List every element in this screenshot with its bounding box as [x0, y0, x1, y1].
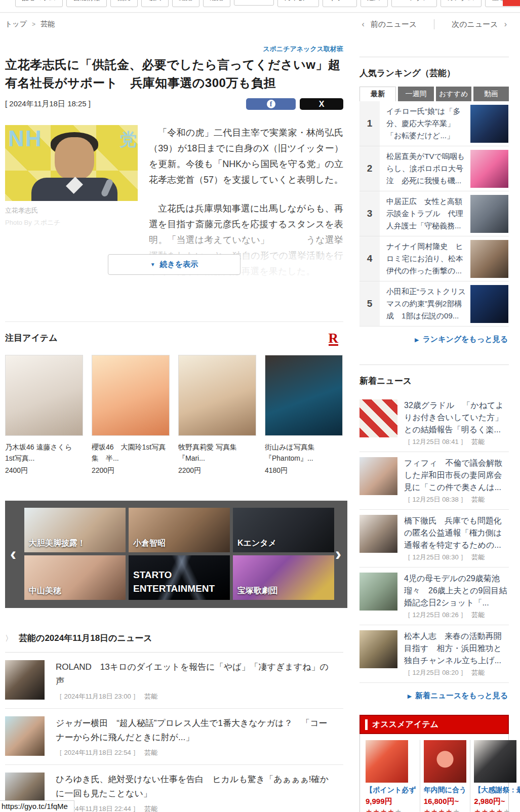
pager-divider: [434, 19, 434, 29]
carousel-prev-icon[interactable]: ‹: [10, 545, 16, 563]
carousel-tile-label: 宝塚歌劇団: [237, 586, 278, 596]
featured-product-card[interactable]: 櫻坂46 大園玲1st写真集 半... 2200円: [92, 355, 170, 475]
news-thumbnail: [359, 630, 397, 668]
breadcrumb-current-link[interactable]: 芸能: [41, 20, 55, 28]
news-list-item[interactable]: ROLAND 13キロのダイエットを報告に「やば」「凄すぎますね」の声 ［ 20…: [5, 653, 343, 709]
caret-down-icon: ▼: [150, 262, 155, 267]
product-cover-image: [265, 355, 343, 436]
news-list-item[interactable]: ジャガー横田 “超人秘話”プロレス人生で1番大きなケガは？ 「コーナーから外に飛…: [5, 709, 343, 765]
latest-more-link[interactable]: ▶新着ニュースをもっと見る: [361, 691, 508, 701]
video-carousel: ‹ 大胆美脚披露！ 小倉智昭 Kエンタメ 中山美穂 STARTO ENTERTA…: [5, 501, 347, 608]
news-thumbnail: [359, 515, 397, 553]
news-timestamp: ［ 12月25日 08:30 ］: [404, 553, 467, 561]
featured-product-card[interactable]: 街山みほ写真集 『Phantom』... 4180円: [265, 355, 343, 475]
product-title: 牧野真莉愛 写真集 『Mari...: [178, 441, 256, 464]
read-more-button[interactable]: ▼ 続きを表示: [108, 254, 241, 275]
nav-tab-divorce[interactable]: 離婚: [203, 0, 230, 7]
ranking-item[interactable]: 5 小田和正“ラストクリスマスの約束”異例2部構成 1部は伝説の09...: [359, 281, 509, 327]
ranking-item[interactable]: 1 イチロー氏“娘”は「多分、慶応大学卒業」「お転婆だけど...」ー...: [359, 101, 509, 146]
daily-news-section: 〉芸能の2024年11月18日のニュース ROLAND 13キロのダイエットを報…: [5, 632, 343, 812]
star-empty-icon: ★: [453, 807, 460, 812]
carousel-tile[interactable]: STARTO ENTERTAINMENT: [129, 555, 230, 600]
ranking-tab-recommend[interactable]: おすすめ: [436, 87, 471, 101]
nav-divider: [0, 7, 520, 13]
facebook-icon: f: [267, 100, 275, 108]
top-navigation: 記者コラム 芸能情報 熱愛 破局 結婚 離婚 STARTO 乃木坂46 ドラマ …: [0, 0, 520, 7]
nav-tab-entertainment-info[interactable]: 芸能情報: [66, 0, 107, 7]
star-empty-icon: ★: [395, 807, 402, 812]
star-filled-icon: ★★★★: [474, 807, 503, 812]
news-title: 32歳グラドル 「かねてよりお付き合いしていた方」との結婚報告「明るく楽...: [404, 399, 509, 436]
chevron-left-icon: ‹: [362, 20, 365, 29]
prev-news-link[interactable]: 前のニュース: [371, 20, 417, 29]
breadcrumb-home-link[interactable]: トップ: [5, 20, 27, 28]
news-title: 松本人志 来春の活動再開目指す 相方・浜田雅功と独自チャンネル立ち上げ...: [404, 630, 509, 667]
article-photo[interactable]: NH 党: [5, 125, 138, 201]
ranking-item[interactable]: 4 ナイナイ岡村隆史 ヒロミ宅にお泊り、松本伊代の作った衝撃の...: [359, 236, 509, 281]
nav-tab-gundam[interactable]: ガンダム: [441, 0, 482, 7]
facebook-share-button[interactable]: f: [246, 98, 296, 110]
ranking-item[interactable]: 2 松居直美がTVで嗚咽もらし、涙ポロポロ大号泣 必死に我慢も磯...: [359, 146, 509, 191]
carousel-tile[interactable]: 宝塚歌劇団: [233, 555, 334, 600]
rakuten-r-icon[interactable]: R: [329, 332, 339, 346]
nav-tab-k-entertainment[interactable]: Kエンタメ: [391, 0, 437, 7]
latest-news-item[interactable]: 橋下徹氏 兵庫でも問題化の匿名公益通報「権力側は通報者を特定するための... ［…: [359, 510, 509, 567]
chevron-right-icon: ›: [504, 20, 507, 29]
latest-news-heading: 新着ニュース: [359, 375, 509, 387]
news-category: 芸能: [471, 438, 485, 445]
carousel-tile[interactable]: 中山美穂: [24, 555, 126, 600]
carousel-tile[interactable]: Kエンタメ: [233, 508, 334, 552]
carousel-tile-label: 小倉智昭: [133, 538, 166, 549]
latest-news-item[interactable]: 4児の母モデルの29歳菊池瑠々 26歳上夫との9回目結婚記念日2ショット「...…: [359, 567, 509, 625]
nav-tab-breakup[interactable]: 破局: [141, 0, 169, 7]
latest-news-item[interactable]: フィフィ 不倫で議会解散した岸和田市長の妻同席会見に「この件で奥さんは... ［…: [359, 452, 509, 510]
ranking-tab-week[interactable]: 一週間: [398, 87, 433, 101]
product-title: 乃木坂46 遠藤さくら 1st写真...: [5, 441, 83, 464]
ranking-thumbnail: [470, 195, 508, 233]
carousel-next-icon[interactable]: ›: [335, 545, 341, 563]
news-category: 芸能: [471, 496, 485, 503]
ad-product[interactable]: 年内間に合う 16,800円~ ★★★★★: [420, 740, 470, 812]
ad-product[interactable]: 【大感謝祭：最 2,980円~ ★★★★★: [470, 740, 520, 812]
article-byline[interactable]: スポニチアネックス取材班: [5, 45, 343, 54]
news-title: ひろゆき氏、絶対受けない仕事を告白 ヒカルも驚き「あぁぁぁ!確かに一回も見たこと…: [56, 773, 333, 801]
latest-news-item[interactable]: 32歳グラドル 「かねてよりお付き合いしていた方」との結婚報告「明るく楽... …: [359, 394, 509, 452]
product-cover-image: [5, 355, 83, 436]
ranking-tab-latest[interactable]: 最新: [359, 87, 396, 101]
featured-product-card[interactable]: 乃木坂46 遠藤さくら 1st写真... 2400円: [5, 355, 83, 475]
ad-product-title: 【大感謝祭：最: [474, 786, 520, 795]
news-title: 橋下徹氏 兵庫でも問題化の匿名公益通報「権力側は通報者を特定するための...: [404, 515, 509, 551]
news-title: 4児の母モデルの29歳菊池瑠々 26歳上夫との9回目結婚記念日2ショット「...: [404, 573, 509, 609]
news-timestamp: ［ 12月25日 08:38 ］: [404, 496, 467, 503]
carousel-tile[interactable]: 大胆美脚披露！: [24, 508, 126, 552]
nav-tab-reporter-column[interactable]: 記者コラム: [15, 0, 63, 7]
article-date: [ 2024年11月18日 18:25 ]: [5, 99, 91, 109]
photo-credit: Photo By スポニチ: [5, 218, 138, 227]
news-category: 芸能: [144, 805, 157, 812]
news-category: 芸能: [471, 611, 485, 619]
nav-tab-romance[interactable]: 熱愛: [110, 0, 138, 7]
nav-tab-nogizaka46[interactable]: 乃木坂46: [277, 0, 318, 7]
news-thumbnail: [359, 573, 397, 611]
rank-number: 1: [359, 101, 380, 146]
ad-product[interactable]: 【ポイント必ず 9,999円 ★★★★★: [362, 740, 420, 812]
news-thumbnail: [5, 716, 45, 756]
recommend-banner: オススメアイテム: [359, 715, 509, 734]
ranking-tab-video[interactable]: 動画: [473, 87, 509, 101]
ranking-more-link[interactable]: ▶ランキングをもっと見る: [361, 335, 508, 344]
breadcrumb-separator: >: [32, 21, 35, 28]
x-share-button[interactable]: X: [300, 98, 343, 110]
featured-product-card[interactable]: 牧野真莉愛 写真集 『Mari... 2200円: [178, 355, 256, 475]
featured-items-section: 注目アイテム R 乃木坂46 遠藤さくら 1st写真... 2400円 櫻坂46…: [5, 321, 343, 475]
next-news-link[interactable]: 次のニュース: [452, 20, 498, 29]
latest-news-item[interactable]: 松本人志 来春の活動再開目指す 相方・浜田雅功と独自チャンネル立ち上げ... ［…: [359, 625, 509, 683]
nav-tab-starto[interactable]: STARTO: [234, 0, 274, 6]
ranking-item[interactable]: 3 中居正広 女性と高額示談金トラブル 代理人弁護士「守秘義務...: [359, 191, 509, 236]
recommend-widget: オススメアイテム 【ポイント必ず 9,999円 ★★★★★ 年内間に合う 16,…: [359, 715, 509, 812]
carousel-tile[interactable]: 小倉智昭: [129, 508, 230, 552]
photo-backdrop-text-right: 党: [119, 128, 137, 151]
nav-tab-marriage[interactable]: 結婚: [172, 0, 199, 7]
nav-tab-drama[interactable]: ドラマ: [323, 0, 357, 7]
portrait-figure: [31, 134, 117, 201]
nav-tab-kohaku[interactable]: 紅白: [361, 0, 388, 7]
